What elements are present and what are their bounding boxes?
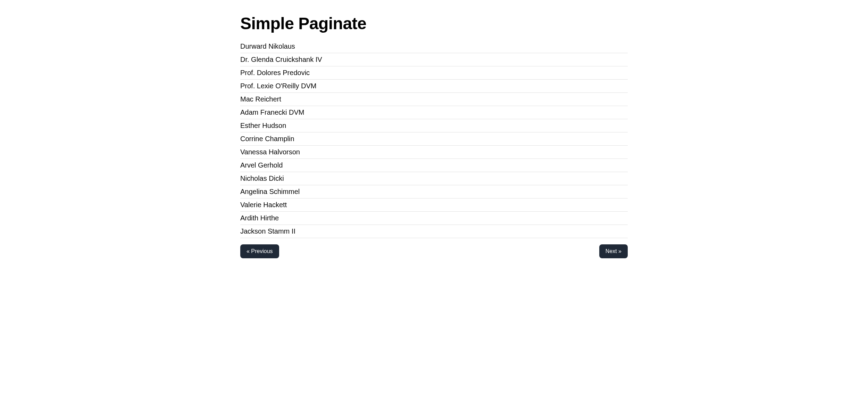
list-item: Corrine Champlin: [240, 132, 628, 146]
list-item: Durward Nikolaus: [240, 40, 628, 53]
pagination: « Previous Next »: [240, 244, 628, 258]
list-item: Ardith Hirthe: [240, 212, 628, 225]
list-item: Esther Hudson: [240, 119, 628, 132]
previous-button[interactable]: « Previous: [240, 244, 279, 258]
list-item: Prof. Lexie O'Reilly DVM: [240, 80, 628, 93]
list-item: Jackson Stamm II: [240, 225, 628, 238]
list-item: Mac Reichert: [240, 93, 628, 106]
list-item: Arvel Gerhold: [240, 159, 628, 172]
next-button[interactable]: Next »: [599, 244, 628, 258]
list-item: Valerie Hackett: [240, 198, 628, 212]
user-list: Durward Nikolaus Dr. Glenda Cruickshank …: [240, 40, 628, 238]
list-item: Dr. Glenda Cruickshank IV: [240, 53, 628, 66]
list-item: Nicholas Dicki: [240, 172, 628, 185]
list-item: Adam Franecki DVM: [240, 106, 628, 119]
list-item: Vanessa Halvorson: [240, 146, 628, 159]
list-item: Angelina Schimmel: [240, 185, 628, 198]
page-title: Simple Paginate: [240, 14, 628, 33]
list-item: Prof. Dolores Predovic: [240, 66, 628, 80]
